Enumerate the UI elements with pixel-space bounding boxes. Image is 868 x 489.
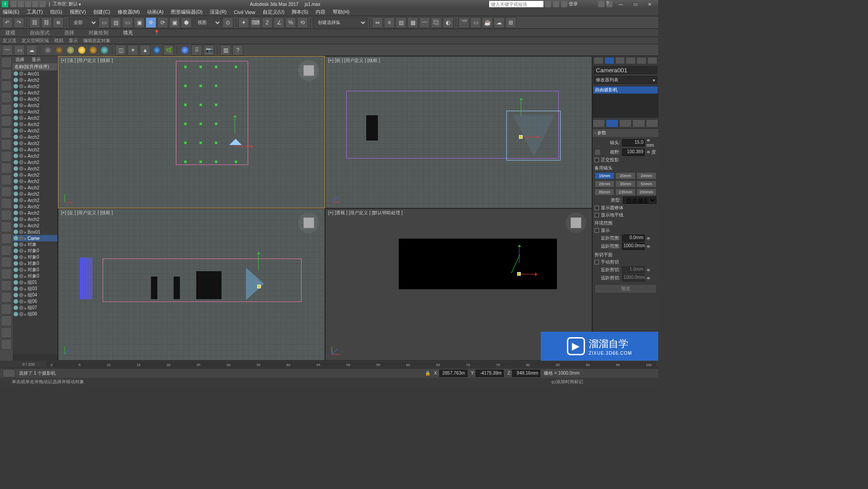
se-tool-22[interactable] bbox=[1, 304, 12, 315]
se-tool-10[interactable] bbox=[1, 163, 12, 174]
ribbon-tab-objectpaint[interactable]: 对象绘制 bbox=[86, 29, 111, 36]
menu-content[interactable]: 内容 bbox=[316, 9, 326, 15]
scene-row[interactable]: ▸Arch2 bbox=[13, 89, 57, 96]
freeze-icon[interactable] bbox=[19, 287, 24, 291]
fov-direction-button[interactable] bbox=[594, 149, 601, 155]
freeze-icon[interactable] bbox=[19, 211, 24, 215]
scene-hscroll[interactable] bbox=[13, 354, 57, 361]
named-selection-dropdown[interactable]: 创建选择集 bbox=[313, 18, 367, 28]
se-tool-1[interactable] bbox=[1, 57, 12, 68]
scene-row[interactable]: ▸Arch2 bbox=[13, 146, 57, 153]
se-tool-9[interactable] bbox=[1, 151, 12, 162]
scene-row[interactable]: ▸对象0 bbox=[13, 273, 57, 279]
freeze-icon[interactable] bbox=[19, 78, 24, 82]
viewport-label-front[interactable]: [+] [前 ] [用户定义 ] [线框 ] bbox=[328, 57, 380, 64]
app-icon[interactable]: 3 bbox=[2, 1, 8, 7]
orb-2[interactable] bbox=[54, 45, 64, 55]
freeze-icon[interactable] bbox=[19, 160, 24, 165]
menu-customize[interactable]: 自定义(U) bbox=[263, 9, 284, 15]
freeze-icon[interactable] bbox=[19, 128, 24, 133]
subpanel-edit[interactable]: 编辑选定对象 bbox=[83, 38, 110, 44]
visibility-icon[interactable] bbox=[14, 287, 18, 291]
curve-editor-button[interactable]: 〰 bbox=[419, 17, 430, 28]
se-tool-8[interactable] bbox=[1, 139, 12, 150]
freeze-icon[interactable] bbox=[19, 84, 24, 89]
sun-icon[interactable] bbox=[77, 45, 87, 55]
menu-modifiers[interactable]: 修改器(M) bbox=[118, 9, 140, 15]
visibility-icon[interactable] bbox=[14, 293, 18, 297]
env-show-checkbox[interactable]: 显示 bbox=[594, 227, 656, 234]
viewport-top[interactable]: [+] [顶 ] [用户定义 ] [线框 ] bbox=[58, 56, 325, 208]
select-scale-button[interactable]: ▣ bbox=[169, 17, 180, 28]
viewport-front[interactable]: [+] [前 ] [用户定义 ] [线框 ] bbox=[326, 56, 592, 208]
visibility-icon[interactable] bbox=[14, 236, 18, 240]
ref-coord-dropdown[interactable]: 视图 bbox=[193, 18, 222, 28]
visibility-icon[interactable] bbox=[14, 154, 18, 158]
schematic-button[interactable]: ⿻ bbox=[431, 17, 442, 28]
viewcube-persp[interactable] bbox=[566, 212, 586, 233]
se-tool-20[interactable] bbox=[1, 280, 12, 291]
scene-row[interactable]: ▸Arch2 bbox=[13, 210, 57, 216]
add-time-tag[interactable]: 添加时间标记 bbox=[556, 379, 583, 385]
scene-row[interactable]: ▸Arch2 bbox=[13, 216, 57, 222]
subpanel-simulate[interactable]: 模拟 bbox=[54, 38, 63, 44]
freeze-icon[interactable] bbox=[19, 299, 24, 304]
scene-row[interactable]: ▸Arch2 bbox=[13, 172, 57, 178]
se-tool-14[interactable] bbox=[1, 210, 12, 221]
ribbon-pin-icon[interactable]: 📍 bbox=[154, 30, 160, 36]
menu-script[interactable]: 脚本(S) bbox=[292, 9, 308, 15]
lens-preset-button[interactable]: 35mm bbox=[615, 180, 635, 188]
qat-open-icon[interactable] bbox=[18, 1, 24, 7]
cmd-create-tab[interactable] bbox=[594, 57, 604, 64]
visibility-icon[interactable] bbox=[14, 135, 18, 139]
close-button[interactable]: ✕ bbox=[643, 0, 656, 8]
se-tool-25[interactable] bbox=[1, 339, 12, 350]
cmd-hierarchy-tab[interactable] bbox=[615, 57, 625, 64]
ribbon-tab-populate[interactable]: 填充 bbox=[120, 29, 136, 36]
qat-undo-icon[interactable] bbox=[32, 1, 38, 7]
viewport-label-left[interactable]: [+] [左 ] [用户定义 ] [线框 ] bbox=[61, 210, 113, 216]
freeze-icon[interactable] bbox=[19, 293, 24, 297]
orb-teal[interactable] bbox=[99, 45, 109, 55]
scene-row[interactable]: ▸Arch2 bbox=[13, 203, 57, 210]
scene-row[interactable]: ▸组07 bbox=[13, 305, 57, 311]
help-search-input[interactable] bbox=[489, 1, 543, 7]
visibility-icon[interactable] bbox=[14, 312, 18, 316]
pyramid-icon[interactable]: ▲ bbox=[140, 45, 151, 56]
viewport-left[interactable]: [+] [左 ] [用户定义 ] [线框 ] bbox=[58, 209, 325, 360]
cmd-utilities-tab[interactable] bbox=[647, 57, 657, 64]
mirror-button[interactable]: ⇔ bbox=[372, 17, 383, 28]
freeze-icon[interactable] bbox=[19, 90, 24, 95]
menu-graph[interactable]: 图形编辑器(D) bbox=[171, 9, 203, 15]
visibility-icon[interactable] bbox=[14, 122, 18, 127]
scene-row[interactable]: ▸对象0 bbox=[13, 254, 57, 260]
visibility-icon[interactable] bbox=[14, 261, 18, 266]
visibility-icon[interactable] bbox=[14, 230, 18, 234]
freeze-icon[interactable] bbox=[19, 185, 24, 190]
redo-button[interactable]: ↷ bbox=[14, 17, 24, 28]
keyboard-shortcut-button[interactable]: ⌨ bbox=[250, 17, 261, 28]
visibility-icon[interactable] bbox=[14, 128, 18, 133]
menu-edit[interactable]: 编辑(E) bbox=[3, 9, 19, 15]
visibility-icon[interactable] bbox=[14, 306, 18, 310]
snap-angle-button[interactable]: ∠ bbox=[274, 17, 284, 28]
orb-3[interactable] bbox=[66, 45, 75, 55]
scene-row[interactable]: ▸Arch2 bbox=[13, 83, 57, 89]
scene-row[interactable]: ▸组04 bbox=[13, 292, 57, 298]
visibility-icon[interactable] bbox=[14, 78, 18, 82]
lens-preset-button[interactable]: 85mm bbox=[594, 188, 614, 196]
unlink-button[interactable]: ⛓ bbox=[41, 17, 52, 28]
scene-row[interactable]: ▸Arch2 bbox=[13, 108, 57, 115]
render-frame-button[interactable]: ▭ bbox=[470, 17, 481, 28]
object-name-input[interactable] bbox=[594, 66, 657, 74]
window-crossing-button[interactable]: ▣ bbox=[134, 17, 145, 28]
freeze-icon[interactable] bbox=[19, 274, 24, 278]
time-slider[interactable]: 0 / 100 05101520253035404550556065707580… bbox=[0, 361, 658, 368]
idle-area-button[interactable]: ▭ bbox=[14, 45, 25, 56]
workspace-label[interactable]: 工作区: 默认 bbox=[53, 1, 78, 7]
scene-row[interactable]: ▸对象0 bbox=[13, 248, 57, 254]
maximize-button[interactable]: ▭ bbox=[628, 0, 642, 8]
visibility-icon[interactable] bbox=[14, 71, 18, 76]
modifier-list-dropdown[interactable]: 修改器列表▾ bbox=[594, 76, 657, 84]
subpanel-display[interactable]: 显示 bbox=[69, 38, 78, 44]
